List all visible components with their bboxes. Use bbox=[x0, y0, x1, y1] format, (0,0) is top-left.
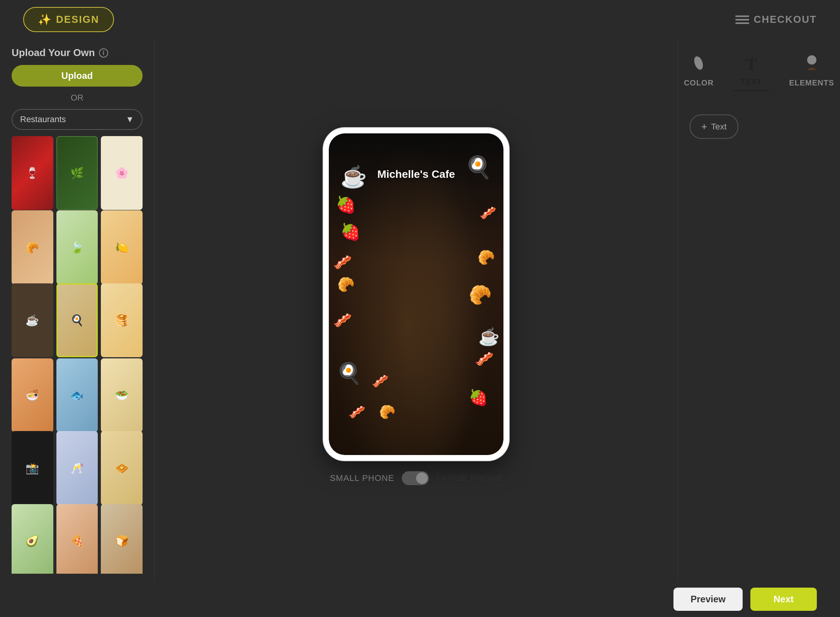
phone-frame: ☕ 🍳 🍓 🍓 🥓 🥐 🥓 🥐 🥐 🥓 ☕ 🥓 🍳 🥓 🍓 🥓 🥐 Michel bbox=[323, 128, 509, 460]
add-text-button[interactable]: + Text bbox=[690, 114, 738, 139]
tab-text[interactable]: T TEXT bbox=[733, 51, 770, 91]
template-item[interactable]: 🌸 bbox=[101, 136, 143, 210]
design-label: DESIGN bbox=[56, 14, 99, 26]
color-icon bbox=[690, 55, 707, 75]
template-item-selected[interactable]: 🍳 bbox=[56, 283, 98, 357]
add-text-label: Text bbox=[711, 122, 726, 132]
text-icon: T bbox=[746, 55, 757, 74]
text-label: TEXT bbox=[741, 77, 762, 86]
template-item[interactable]: 🍷 bbox=[12, 136, 53, 210]
menu-icon bbox=[735, 15, 749, 24]
chevron-down-icon: ▼ bbox=[126, 114, 134, 124]
template-item[interactable]: 🍞 bbox=[101, 504, 143, 574]
bottom-bar: Preview Next bbox=[0, 581, 840, 617]
checkout-button[interactable]: CHECKOUT bbox=[735, 14, 817, 26]
checkout-label: CHECKOUT bbox=[754, 14, 817, 26]
template-item[interactable]: 🥐 bbox=[12, 210, 53, 284]
small-phone-label: SMALL PHONE bbox=[330, 473, 394, 483]
templates-grid: 🍷 🌿 🌸 🥐 🍃 🍋 ☕ 🍳 🥞 🍜 🐟 🥗 📸 🥂 🧇 🥑 🍕 🍞 bbox=[12, 136, 143, 574]
wand-icon: ✨ bbox=[38, 13, 52, 26]
template-item[interactable]: 🧇 bbox=[101, 431, 143, 505]
size-toggle[interactable] bbox=[402, 471, 429, 485]
info-icon[interactable]: i bbox=[99, 48, 108, 58]
elements-icon bbox=[803, 55, 820, 75]
right-panel: COLOR T TEXT ELEMENTS + Text bbox=[678, 39, 840, 581]
main-layout: Upload Your Own i Upload OR Restaurants … bbox=[0, 39, 840, 581]
large-phone-label: LARGE PHONE bbox=[437, 473, 502, 483]
cafe-name-text[interactable]: Michelle's Cafe bbox=[377, 168, 455, 181]
left-sidebar: Upload Your Own i Upload OR Restaurants … bbox=[0, 39, 155, 581]
template-item[interactable]: 🍋 bbox=[101, 210, 143, 284]
phone-screen: ☕ 🍳 🍓 🍓 🥓 🥐 🥓 🥐 🥐 🥓 ☕ 🥓 🍳 🥓 🍓 🥓 🥐 Michel bbox=[329, 133, 503, 455]
template-item[interactable]: 🥂 bbox=[56, 431, 98, 505]
tool-tabs: COLOR T TEXT ELEMENTS bbox=[690, 51, 828, 91]
next-button[interactable]: Next bbox=[750, 588, 817, 611]
template-item[interactable]: 🍃 bbox=[56, 210, 98, 284]
plus-icon: + bbox=[701, 121, 707, 133]
template-item[interactable]: 🥞 bbox=[101, 283, 143, 357]
background-image bbox=[329, 133, 503, 455]
elements-label: ELEMENTS bbox=[789, 78, 834, 87]
template-item[interactable]: ☕ bbox=[12, 283, 53, 357]
template-item[interactable]: 🥗 bbox=[101, 358, 143, 432]
design-button[interactable]: ✨ DESIGN bbox=[23, 7, 114, 32]
template-item[interactable]: 🐟 bbox=[56, 358, 98, 432]
template-item[interactable]: 🥑 bbox=[12, 504, 53, 574]
svg-point-0 bbox=[693, 55, 705, 71]
template-item[interactable]: 🍜 bbox=[12, 358, 53, 432]
template-item[interactable]: 🍕 bbox=[56, 504, 98, 574]
upload-title: Upload Your Own i bbox=[12, 47, 143, 59]
tab-elements[interactable]: ELEMENTS bbox=[781, 51, 840, 91]
top-bar: ✨ DESIGN CHECKOUT bbox=[0, 0, 840, 39]
center-canvas: ☕ 🍳 🍓 🍓 🥓 🥐 🥓 🥐 🥐 🥓 ☕ 🥓 🍳 🥓 🍓 🥓 🥐 Michel bbox=[155, 39, 678, 581]
template-item[interactable]: 📸 bbox=[12, 431, 53, 505]
tab-color[interactable]: COLOR bbox=[676, 51, 721, 91]
phone-size-toggle: SMALL PHONE LARGE PHONE bbox=[330, 471, 503, 485]
template-item[interactable]: 🌿 bbox=[56, 136, 98, 210]
color-label: COLOR bbox=[684, 78, 714, 87]
preview-button[interactable]: Preview bbox=[673, 588, 743, 611]
category-dropdown[interactable]: Restaurants ▼ bbox=[12, 109, 143, 130]
toggle-thumb bbox=[416, 472, 428, 484]
svg-point-1 bbox=[807, 55, 816, 65]
upload-button[interactable]: Upload bbox=[12, 65, 143, 87]
or-divider: OR bbox=[12, 93, 143, 103]
